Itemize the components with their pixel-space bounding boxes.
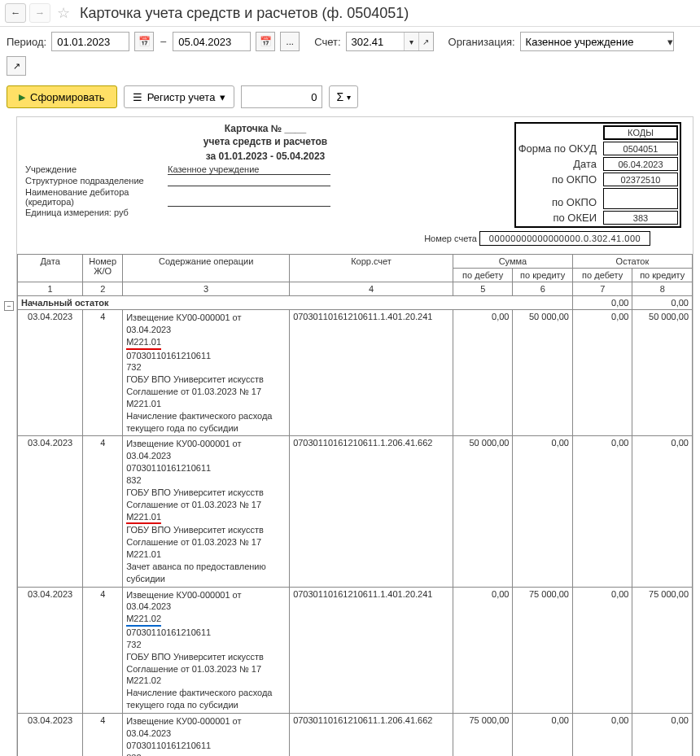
debtor-label: Наименование дебитора (кредитора) [25,187,168,207]
period-picker-button[interactable]: ... [280,32,300,51]
date-to-input[interactable] [173,32,251,51]
acct-num-value: 00000000000000000.0.302.41.000 [479,231,650,246]
highlighted-code: М221.01 [126,511,161,525]
codes-table: КОДЫ Форма по ОКУД0504051 Дата06.04.2023… [514,122,681,228]
nav-forward-button[interactable]: → [29,3,50,23]
table-row: 03.04.20234Извещение КУ00-000001 от 03.0… [18,310,693,436]
account-label: Счет: [314,36,340,48]
unit-label: Единица измерения: руб [25,208,168,217]
play-icon: ▶ [19,92,25,103]
org-dropdown-icon[interactable]: ▾ [667,36,673,48]
params-row: Период: 📅 – 📅 ... Счет: ▾ ↗ Организация:… [0,27,700,81]
date-from-input[interactable] [51,32,129,51]
subdivision-label: Структурное подразделение [25,176,168,186]
account-input[interactable] [347,33,404,50]
dropdown-icon: ▾ [220,91,225,103]
highlighted-code: М221.01 [126,336,161,350]
acct-num-label: Номер счета [424,234,477,243]
nav-back-button[interactable]: ← [5,3,26,23]
period-label: Период: [7,36,46,48]
org-label: Организация: [448,36,515,48]
institution-value: Казенное учреждение [168,164,330,175]
account-field[interactable]: ▾ ↗ [346,32,434,51]
page-title: Карточка учета средств и расчетов (ф. 05… [77,5,409,22]
dropdown-icon: ▾ [347,93,351,102]
starting-balance-row: Начальный остаток0,000,00 [18,296,693,310]
sigma-button[interactable]: Σ ▾ [329,85,358,108]
calendar-to-icon[interactable]: 📅 [256,32,275,51]
org-input[interactable] [521,33,667,50]
calendar-from-icon[interactable]: 📅 [134,32,154,51]
card-period: за 01.01.2023 - 05.04.2023 [123,150,408,163]
table-row: 03.04.20234Извещение КУ00-000001 от 03.0… [18,436,693,587]
highlighted-code: М221.02 [126,613,161,627]
actions-row: ▶ Сформировать ☰ Регистр учета ▾ Σ ▾ [0,81,700,113]
account-dropdown-icon[interactable]: ▾ [404,33,418,50]
report-header: Карточка № ____ учета средств и расчетов… [17,117,693,254]
title-bar: ← → ☆ Карточка учета средств и расчетов … [0,0,700,27]
institution-label: Учреждение [25,164,168,175]
table-row: 03.04.20234Извещение КУ00-000001 от 03.0… [18,714,693,757]
table-row: 03.04.20234Извещение КУ00-000001 от 03.0… [18,587,693,713]
org-open-button[interactable]: ↗ [7,56,26,76]
collapse-toggle[interactable]: − [4,301,14,311]
report-area: − Карточка № ____ учета средств и расчет… [16,116,693,756]
register-button[interactable]: ☰ Регистр учета ▾ [124,85,235,108]
number-input[interactable] [241,85,322,108]
codes-header: КОДЫ [603,125,678,140]
favorite-star-icon[interactable]: ☆ [54,4,73,22]
generate-button[interactable]: ▶ Сформировать [7,85,117,108]
card-title-1: Карточка № ____ [123,122,408,135]
report-grid: Дата Номер Ж/О Содержание операции Корр.… [17,254,693,756]
account-open-icon[interactable]: ↗ [418,33,433,50]
org-field[interactable]: ▾ [520,32,674,51]
card-title-2: учета средств и расчетов [123,135,408,148]
list-icon: ☰ [133,91,142,103]
